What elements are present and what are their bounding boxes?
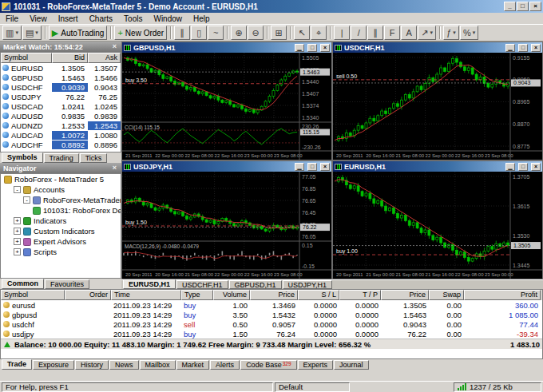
- timeframes-dropdown-icon[interactable]: ▾: [473, 30, 476, 36]
- column-header-symbol[interactable]: Symbol: [1, 290, 65, 300]
- market-watch-row-eurusd[interactable]: EURUSD1.35051.3507: [1, 63, 121, 73]
- toolbox-tab-journal[interactable]: Journal: [334, 360, 369, 370]
- chart-close-button[interactable]: ×: [531, 163, 541, 171]
- account-summary-row[interactable]: Balance: 10 000.00 Equity: 11 483.10 Mar…: [1, 339, 542, 349]
- price-chart-eurusd-h1[interactable]: 1.37051.36151.35301.344520 Sep 201121 Se…: [333, 172, 542, 279]
- price-chart-gbpusd-h1[interactable]: 1.55051.54731.54401.54071.53741.534021 S…: [122, 53, 331, 160]
- chart-tab-eurusd-h1[interactable]: EURUSD,H1: [123, 279, 176, 289]
- chart-title-bar[interactable]: EURUSD,H1▁□×: [333, 161, 542, 172]
- column-header-s-l[interactable]: S / L: [298, 290, 339, 300]
- navigator-item-roboforex-metatrader-5[interactable]: -RoboForex-MetaTrader 5: [1, 195, 121, 205]
- position-row-eurusd[interactable]: eurusd2011.09.23 14:29buy1.001.34690.000…: [1, 300, 542, 310]
- navigator-tab-favourites[interactable]: Favourites: [45, 279, 89, 289]
- column-header-time[interactable]: Time: [111, 290, 181, 300]
- zoom-out-button[interactable]: ⊖: [248, 26, 264, 40]
- column-header-ask[interactable]: Ask: [88, 53, 121, 63]
- menu-help[interactable]: Help: [188, 14, 216, 24]
- chart-minimize-button[interactable]: ▁: [505, 163, 515, 171]
- fibonacci-button[interactable]: F: [384, 26, 400, 40]
- column-header-type[interactable]: Type: [181, 290, 213, 300]
- title-bar[interactable]: 101031 - RoboForex-MetaTrader 5 - Demo A…: [0, 0, 543, 13]
- collapse-icon[interactable]: -: [23, 196, 30, 204]
- toolbox-tab-exposure[interactable]: Exposure: [33, 360, 74, 370]
- minimize-button[interactable]: _: [504, 2, 516, 11]
- new-chart-dropdown-icon[interactable]: ▾: [15, 30, 18, 36]
- chart-title-bar[interactable]: USDJPY,H1▁□×: [122, 161, 331, 172]
- navigator-item-expert-advisors[interactable]: +Expert Advisors: [1, 236, 121, 247]
- trendline-button[interactable]: /: [351, 26, 367, 40]
- chart-title-bar[interactable]: USDCHF,H1▁□×: [333, 42, 542, 53]
- bar-chart-button[interactable]: ∥: [174, 26, 190, 40]
- column-header-t-p[interactable]: T / P: [339, 290, 381, 300]
- line-chart-button[interactable]: ~: [208, 26, 224, 40]
- navigator-item-scripts[interactable]: +Scripts: [1, 247, 121, 257]
- text-label-button[interactable]: A: [401, 26, 417, 40]
- navigator-item-accounts[interactable]: -Accounts: [1, 184, 121, 195]
- navigator-tab-common[interactable]: Common: [2, 279, 44, 289]
- indicators-button[interactable]: ƒ▾: [443, 26, 459, 40]
- chart-minimize-button[interactable]: ▁: [295, 163, 304, 171]
- menu-file[interactable]: File: [0, 14, 24, 24]
- candle-chart-button[interactable]: ▯: [191, 26, 207, 40]
- column-header-price[interactable]: Price: [250, 290, 298, 300]
- toolbox-tab-code-base[interactable]: Code Base329: [240, 360, 296, 370]
- navigator-item-indicators[interactable]: +Indicators: [1, 216, 121, 226]
- toolbox-tab-trade[interactable]: Trade: [2, 359, 32, 370]
- collapse-icon[interactable]: -: [14, 186, 21, 193]
- navigator-item-101031-roboforex-demoa[interactable]: 101031: RoboForex DemoA: [1, 205, 121, 216]
- market-watch-row-gbpusd[interactable]: GBPUSD1.54631.5466: [1, 73, 121, 82]
- tile-windows-button[interactable]: ⊞: [271, 26, 287, 40]
- chart-close-button[interactable]: ×: [531, 44, 541, 52]
- market-watch-row-usdjpy[interactable]: USDJPY76.2276.25: [1, 92, 121, 101]
- arrow-tools-dropdown-icon[interactable]: ▾: [430, 30, 433, 36]
- column-header-swap[interactable]: Swap: [429, 290, 464, 300]
- market-watch-tab-trading[interactable]: Trading: [44, 153, 79, 163]
- crosshair-button[interactable]: ⌖: [311, 26, 327, 40]
- new-order-button[interactable]: +New Order: [114, 26, 167, 40]
- timeframes-button[interactable]: %▾: [460, 26, 478, 40]
- chart-restore-button[interactable]: □: [307, 163, 317, 171]
- column-header-symbol[interactable]: Symbol: [1, 53, 52, 63]
- chart-restore-button[interactable]: □: [307, 44, 317, 52]
- expand-icon[interactable]: +: [14, 217, 21, 224]
- market-watch-row-usdcad[interactable]: USDCAD1.02411.0245: [1, 101, 121, 111]
- equidistant-channel-button[interactable]: ∥: [367, 26, 383, 40]
- chart-profiles-dropdown-icon[interactable]: ▾: [35, 30, 38, 36]
- navigator-item-custom-indicators[interactable]: +Custom Indicators: [1, 226, 121, 236]
- cursor-button[interactable]: ↖: [294, 26, 310, 40]
- arrow-tools-button[interactable]: ↗▾: [418, 26, 436, 40]
- menu-charts[interactable]: Charts: [84, 14, 118, 24]
- autotrading-button[interactable]: ▶AutoTrading: [49, 26, 108, 40]
- menu-tools[interactable]: Tools: [118, 14, 148, 24]
- position-row-usdchf[interactable]: usdchf2011.09.23 14:29sell0.500.90570.00…: [1, 319, 542, 329]
- indicators-dropdown-icon[interactable]: ▾: [453, 30, 456, 36]
- vertical-line-button[interactable]: |: [334, 26, 350, 40]
- expand-icon[interactable]: +: [14, 228, 21, 235]
- navigator-header[interactable]: Navigator ×: [0, 163, 121, 173]
- column-header-volume[interactable]: Volume: [213, 290, 250, 300]
- column-header-price[interactable]: Price: [381, 290, 429, 300]
- menu-window[interactable]: Window: [148, 14, 188, 24]
- market-watch-row-audchf[interactable]: AUDCHF0.88920.8896: [1, 140, 121, 149]
- toolbox-tab-mailbox[interactable]: Mailbox: [140, 360, 176, 370]
- chart-profiles-button[interactable]: ▤▾: [22, 26, 42, 40]
- chart-title-bar[interactable]: GBPUSD,H1▁□×: [122, 42, 331, 53]
- price-chart-usdchf-h1[interactable]: 0.91550.90600.89650.88700.877520 Sep 201…: [333, 53, 542, 160]
- market-watch-row-usdchf[interactable]: USDCHF0.90390.9043: [1, 82, 121, 92]
- price-chart-usdjpy-h1[interactable]: 77.0576.8576.6576.4576.2576.0520 Sep 201…: [122, 172, 331, 279]
- toolbox-tab-history[interactable]: History: [75, 360, 109, 370]
- toolbox-tab-news[interactable]: News: [109, 360, 139, 370]
- status-profile[interactable]: Default: [275, 382, 350, 392]
- new-chart-button[interactable]: ▥▾: [2, 26, 22, 40]
- column-header-profit[interactable]: Profit: [464, 290, 541, 300]
- position-row-usdjpy[interactable]: usdjpy2011.09.23 14:29buy1.5076.240.0000…: [1, 329, 542, 339]
- menu-view[interactable]: View: [24, 14, 53, 24]
- column-header-order[interactable]: Order: [65, 290, 111, 300]
- toolbox-tab-experts[interactable]: Experts: [298, 360, 334, 370]
- expand-icon[interactable]: +: [14, 238, 21, 245]
- market-watch-tab-ticks[interactable]: Ticks: [80, 153, 108, 163]
- maximize-button[interactable]: □: [517, 2, 529, 11]
- market-watch-row-audcad[interactable]: AUDCAD1.00721.0080: [1, 130, 121, 140]
- close-icon[interactable]: ×: [111, 43, 118, 50]
- chart-minimize-button[interactable]: ▁: [295, 44, 304, 52]
